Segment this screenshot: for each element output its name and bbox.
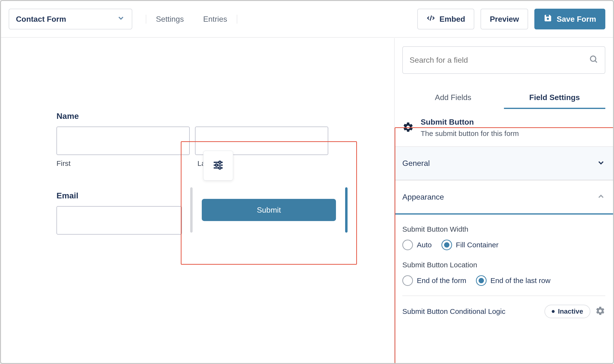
location-label: Submit Button Location xyxy=(402,261,605,269)
section-appearance-title: Appearance xyxy=(402,193,444,202)
sidebar: Add Fields Field Settings Submit Button … xyxy=(395,38,613,363)
radio-loc-end-row[interactable]: End of the last row xyxy=(476,275,550,286)
email-field-label: Email xyxy=(56,191,182,200)
save-form-button[interactable]: Save Form xyxy=(534,9,605,29)
logic-status-label: Inactive xyxy=(558,308,583,315)
submit-button-preview[interactable]: Submit xyxy=(202,199,336,221)
tab-add-fields[interactable]: Add Fields xyxy=(402,87,504,109)
chevron-up-icon xyxy=(597,192,605,202)
radio-loc-end-form-label: End of the form xyxy=(417,276,466,285)
tab-entries[interactable]: Entries xyxy=(193,15,237,24)
radio-width-fill-label: Fill Container xyxy=(456,241,499,249)
gear-icon[interactable] xyxy=(595,306,605,317)
chevron-down-icon xyxy=(597,158,605,168)
tab-field-settings[interactable]: Field Settings xyxy=(504,87,606,109)
tab-settings[interactable]: Settings xyxy=(146,15,193,24)
resize-handle-left[interactable] xyxy=(190,187,193,233)
field-info-header: Submit Button The submit button for this… xyxy=(395,109,613,146)
radio-width-fill[interactable]: Fill Container xyxy=(441,240,499,250)
radio-loc-end-form[interactable]: End of the form xyxy=(402,275,466,286)
form-name: Contact Form xyxy=(16,15,66,24)
radio-width-auto[interactable]: Auto xyxy=(402,240,432,250)
sliders-icon xyxy=(211,158,225,173)
embed-label: Embed xyxy=(439,15,465,24)
code-icon xyxy=(426,14,435,24)
section-general[interactable]: General xyxy=(395,146,613,180)
top-bar: Contact Form Settings Entries Embed Prev… xyxy=(1,1,613,38)
width-label: Submit Button Width xyxy=(402,225,605,233)
dot-icon xyxy=(552,310,555,313)
field-info-desc: The submit button for this form xyxy=(421,130,519,138)
preview-label: Preview xyxy=(490,15,519,24)
svg-point-4 xyxy=(219,161,221,163)
svg-line-0 xyxy=(430,16,432,21)
email-input[interactable] xyxy=(56,206,182,234)
form-canvas: Name First Last Email xyxy=(1,38,395,363)
field-settings-toggle[interactable] xyxy=(203,151,233,181)
preview-button[interactable]: Preview xyxy=(480,9,528,29)
field-info-title: Submit Button xyxy=(421,118,519,127)
chevron-down-icon xyxy=(117,14,125,24)
section-appearance[interactable]: Appearance xyxy=(395,180,613,215)
conditional-logic-row: Submit Button Conditional Logic Inactive xyxy=(402,296,605,318)
save-label: Save Form xyxy=(557,15,596,24)
radio-loc-end-row-label: End of the last row xyxy=(491,276,550,285)
save-icon xyxy=(544,14,552,24)
first-sublabel: First xyxy=(56,159,192,168)
radio-width-auto-label: Auto xyxy=(417,241,432,249)
form-selector-dropdown[interactable]: Contact Form xyxy=(9,9,132,29)
svg-line-10 xyxy=(595,61,597,63)
search-input[interactable] xyxy=(409,56,589,65)
search-icon xyxy=(589,54,598,65)
gear-icon xyxy=(402,121,414,134)
logic-title: Submit Button Conditional Logic xyxy=(402,307,540,315)
svg-point-2 xyxy=(547,18,549,20)
svg-point-6 xyxy=(215,164,218,166)
submit-field-selected[interactable]: Submit xyxy=(181,141,357,265)
appearance-panel: Submit Button Width Auto Fill Container … xyxy=(402,215,605,296)
logic-status-pill[interactable]: Inactive xyxy=(545,305,590,318)
resize-handle-right[interactable] xyxy=(345,187,348,233)
svg-point-9 xyxy=(590,56,596,61)
svg-point-8 xyxy=(219,167,221,169)
svg-rect-1 xyxy=(546,15,549,17)
field-search[interactable] xyxy=(402,46,605,74)
section-general-title: General xyxy=(402,159,430,168)
name-field-label: Name xyxy=(56,111,394,121)
submit-button-label: Submit xyxy=(257,206,281,215)
first-name-input[interactable] xyxy=(56,127,190,155)
embed-button[interactable]: Embed xyxy=(417,9,475,29)
